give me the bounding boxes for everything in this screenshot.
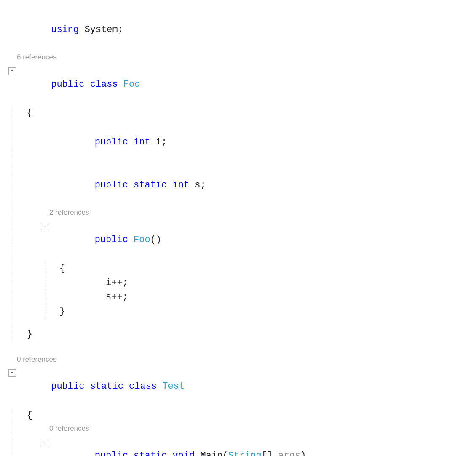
- line-class-foo-close: }: [18, 327, 476, 341]
- ref-hint-main: 0 references: [18, 424, 476, 434]
- kw-public-4: public: [95, 235, 128, 245]
- code-editor: using System; 6 references − public clas…: [0, 8, 476, 456]
- kw-static-3: static: [134, 451, 167, 456]
- section-gap: [8, 342, 476, 354]
- typename-test: Test: [162, 381, 185, 392]
- kw-int-1: int: [134, 137, 150, 147]
- kw-public-3: public: [95, 180, 128, 190]
- kw-public-2: public: [95, 137, 128, 147]
- line-field-s: public static int s;: [18, 164, 476, 207]
- line-blank-1: [18, 319, 476, 327]
- line-class-foo: − public class Foo: [8, 63, 476, 106]
- line-field-i: public int i;: [18, 120, 476, 163]
- line-ctor-close: }: [50, 304, 476, 319]
- kw-public-5: public: [51, 381, 84, 392]
- kw-class-2: class: [129, 381, 157, 392]
- class-test-body: { 0 references − public static void Main…: [8, 408, 476, 456]
- class-foo-body: { public int i; public static int s; 2 r…: [8, 106, 476, 341]
- kw-public-6: public: [95, 451, 128, 456]
- line-stmt-i: i++;: [50, 276, 476, 290]
- fold-class-test[interactable]: −: [8, 369, 16, 377]
- kw-public-1: public: [51, 79, 84, 90]
- kw-using: using: [51, 24, 79, 35]
- line-class-test: − public static class Test: [8, 365, 476, 408]
- kw-void: void: [172, 451, 195, 456]
- typename-foo-ctor: Foo: [134, 235, 150, 245]
- typename-foo: Foo: [123, 79, 140, 90]
- typename-string: String: [228, 451, 262, 456]
- line-open-brace-foo: {: [18, 106, 476, 120]
- fold-constructor[interactable]: −: [41, 223, 48, 230]
- kw-int-2: int: [172, 180, 189, 190]
- fold-main[interactable]: −: [41, 439, 48, 446]
- line-stmt-s: s++;: [50, 290, 476, 304]
- param-args: args: [278, 451, 300, 456]
- kw-static-2: static: [90, 381, 123, 392]
- line-using: using System;: [8, 8, 476, 51]
- line-ctor-open: {: [50, 261, 476, 276]
- kw-static-1: static: [134, 180, 167, 190]
- kw-class-1: class: [90, 79, 118, 90]
- line-main-sig: − public static void Main(String[] args): [18, 435, 476, 456]
- line-constructor-sig: − public Foo(): [18, 219, 476, 261]
- ref-hint-test-class: 0 references: [8, 355, 476, 365]
- constructor-body: { i++; s++; }: [41, 261, 476, 319]
- ref-hint-foo-class: 6 references: [8, 52, 476, 62]
- ref-hint-constructor: 2 references: [18, 208, 476, 218]
- fold-class-foo[interactable]: −: [8, 67, 16, 75]
- line-test-open: {: [18, 408, 476, 423]
